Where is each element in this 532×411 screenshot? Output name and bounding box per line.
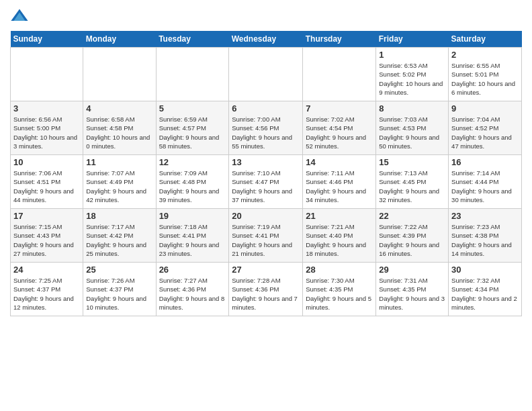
- page-header: [10, 7, 522, 26]
- calendar-cell: 19Sunrise: 7:18 AM Sunset: 4:41 PM Dayli…: [156, 209, 229, 263]
- day-info: Sunrise: 6:58 AM Sunset: 4:58 PM Dayligh…: [86, 115, 152, 150]
- calendar-cell: 1Sunrise: 6:53 AM Sunset: 5:02 PM Daylig…: [376, 48, 449, 101]
- day-number: 11: [86, 157, 152, 167]
- day-number: 24: [13, 265, 80, 275]
- calendar-cell: 18Sunrise: 7:17 AM Sunset: 4:42 PM Dayli…: [83, 209, 156, 263]
- calendar-cell: 12Sunrise: 7:09 AM Sunset: 4:48 PM Dayli…: [156, 155, 229, 209]
- day-info: Sunrise: 7:23 AM Sunset: 4:38 PM Dayligh…: [451, 222, 519, 258]
- day-number: 3: [13, 103, 80, 113]
- column-header-saturday: Saturday: [449, 31, 522, 48]
- calendar-cell: 27Sunrise: 7:28 AM Sunset: 4:36 PM Dayli…: [229, 263, 303, 316]
- day-info: Sunrise: 7:09 AM Sunset: 4:48 PM Dayligh…: [159, 169, 226, 204]
- day-number: 23: [451, 211, 519, 221]
- day-number: 10: [13, 157, 80, 167]
- day-number: 29: [379, 265, 445, 275]
- calendar-cell: [83, 48, 156, 101]
- day-number: 13: [232, 157, 300, 167]
- day-info: Sunrise: 7:31 AM Sunset: 4:35 PM Dayligh…: [379, 276, 445, 312]
- calendar-header-row: SundayMondayTuesdayWednesdayThursdayFrid…: [11, 31, 522, 48]
- calendar-cell: 14Sunrise: 7:11 AM Sunset: 4:46 PM Dayli…: [303, 155, 376, 209]
- column-header-thursday: Thursday: [303, 31, 376, 48]
- day-number: 7: [306, 103, 373, 113]
- day-info: Sunrise: 7:30 AM Sunset: 4:35 PM Dayligh…: [306, 276, 373, 312]
- calendar-cell: 16Sunrise: 7:14 AM Sunset: 4:44 PM Dayli…: [449, 155, 522, 209]
- logo-icon: [10, 7, 29, 26]
- calendar-cell: 3Sunrise: 6:56 AM Sunset: 5:00 PM Daylig…: [11, 101, 83, 155]
- day-info: Sunrise: 7:26 AM Sunset: 4:37 PM Dayligh…: [86, 276, 152, 312]
- day-info: Sunrise: 7:21 AM Sunset: 4:40 PM Dayligh…: [306, 222, 373, 258]
- day-info: Sunrise: 6:55 AM Sunset: 5:01 PM Dayligh…: [451, 61, 519, 97]
- day-info: Sunrise: 7:14 AM Sunset: 4:44 PM Dayligh…: [451, 169, 519, 204]
- day-info: Sunrise: 7:28 AM Sunset: 4:36 PM Dayligh…: [232, 276, 300, 312]
- day-number: 21: [306, 211, 373, 221]
- calendar-cell: [156, 48, 229, 101]
- calendar-week-2: 3Sunrise: 6:56 AM Sunset: 5:00 PM Daylig…: [11, 101, 522, 155]
- day-info: Sunrise: 7:04 AM Sunset: 4:52 PM Dayligh…: [451, 115, 519, 150]
- day-number: 12: [159, 157, 226, 167]
- day-number: 19: [159, 211, 226, 221]
- calendar-cell: 25Sunrise: 7:26 AM Sunset: 4:37 PM Dayli…: [83, 263, 156, 316]
- day-info: Sunrise: 7:03 AM Sunset: 4:53 PM Dayligh…: [379, 115, 445, 150]
- calendar-week-1: 1Sunrise: 6:53 AM Sunset: 5:02 PM Daylig…: [11, 48, 522, 101]
- column-header-sunday: Sunday: [11, 31, 83, 48]
- page-container: SundayMondayTuesdayWednesdayThursdayFrid…: [0, 0, 532, 323]
- calendar-cell: 17Sunrise: 7:15 AM Sunset: 4:43 PM Dayli…: [11, 209, 83, 263]
- calendar-cell: 23Sunrise: 7:23 AM Sunset: 4:38 PM Dayli…: [449, 209, 522, 263]
- day-info: Sunrise: 7:27 AM Sunset: 4:36 PM Dayligh…: [159, 276, 226, 312]
- day-info: Sunrise: 7:13 AM Sunset: 4:45 PM Dayligh…: [379, 169, 445, 204]
- day-info: Sunrise: 7:07 AM Sunset: 4:49 PM Dayligh…: [86, 169, 152, 204]
- calendar-cell: 15Sunrise: 7:13 AM Sunset: 4:45 PM Dayli…: [376, 155, 449, 209]
- calendar-cell: 11Sunrise: 7:07 AM Sunset: 4:49 PM Dayli…: [83, 155, 156, 209]
- day-number: 9: [451, 103, 519, 113]
- logo: [10, 7, 32, 26]
- calendar-cell: 24Sunrise: 7:25 AM Sunset: 4:37 PM Dayli…: [11, 263, 83, 316]
- day-info: Sunrise: 7:11 AM Sunset: 4:46 PM Dayligh…: [306, 169, 373, 204]
- day-number: 18: [86, 211, 152, 221]
- day-info: Sunrise: 7:17 AM Sunset: 4:42 PM Dayligh…: [86, 222, 152, 258]
- calendar-cell: 4Sunrise: 6:58 AM Sunset: 4:58 PM Daylig…: [83, 101, 156, 155]
- day-number: 26: [159, 265, 226, 275]
- day-info: Sunrise: 7:18 AM Sunset: 4:41 PM Dayligh…: [159, 222, 226, 258]
- calendar-cell: 20Sunrise: 7:19 AM Sunset: 4:41 PM Dayli…: [229, 209, 303, 263]
- column-header-wednesday: Wednesday: [229, 31, 303, 48]
- calendar-cell: 9Sunrise: 7:04 AM Sunset: 4:52 PM Daylig…: [449, 101, 522, 155]
- calendar-cell: 29Sunrise: 7:31 AM Sunset: 4:35 PM Dayli…: [376, 263, 449, 316]
- day-info: Sunrise: 7:32 AM Sunset: 4:34 PM Dayligh…: [451, 276, 519, 312]
- day-number: 2: [451, 50, 519, 60]
- day-info: Sunrise: 6:56 AM Sunset: 5:00 PM Dayligh…: [13, 115, 80, 150]
- day-info: Sunrise: 6:59 AM Sunset: 4:57 PM Dayligh…: [159, 115, 226, 150]
- calendar-cell: 21Sunrise: 7:21 AM Sunset: 4:40 PM Dayli…: [303, 209, 376, 263]
- day-info: Sunrise: 7:19 AM Sunset: 4:41 PM Dayligh…: [232, 222, 300, 258]
- day-number: 27: [232, 265, 300, 275]
- day-number: 20: [232, 211, 300, 221]
- day-number: 22: [379, 211, 445, 221]
- calendar-cell: 6Sunrise: 7:00 AM Sunset: 4:56 PM Daylig…: [229, 101, 303, 155]
- calendar-week-4: 17Sunrise: 7:15 AM Sunset: 4:43 PM Dayli…: [11, 209, 522, 263]
- day-number: 16: [451, 157, 519, 167]
- calendar-week-5: 24Sunrise: 7:25 AM Sunset: 4:37 PM Dayli…: [11, 263, 522, 316]
- day-info: Sunrise: 7:22 AM Sunset: 4:39 PM Dayligh…: [379, 222, 445, 258]
- calendar-cell: 22Sunrise: 7:22 AM Sunset: 4:39 PM Dayli…: [376, 209, 449, 263]
- day-info: Sunrise: 7:00 AM Sunset: 4:56 PM Dayligh…: [232, 115, 300, 150]
- calendar-cell: 30Sunrise: 7:32 AM Sunset: 4:34 PM Dayli…: [449, 263, 522, 316]
- day-number: 14: [306, 157, 373, 167]
- calendar-cell: [229, 48, 303, 101]
- calendar-table: SundayMondayTuesdayWednesdayThursdayFrid…: [10, 31, 522, 316]
- calendar-cell: 2Sunrise: 6:55 AM Sunset: 5:01 PM Daylig…: [449, 48, 522, 101]
- column-header-monday: Monday: [83, 31, 156, 48]
- day-info: Sunrise: 7:15 AM Sunset: 4:43 PM Dayligh…: [13, 222, 80, 258]
- column-header-tuesday: Tuesday: [156, 31, 229, 48]
- calendar-cell: 13Sunrise: 7:10 AM Sunset: 4:47 PM Dayli…: [229, 155, 303, 209]
- calendar-cell: [11, 48, 83, 101]
- day-number: 1: [379, 50, 445, 60]
- day-number: 28: [306, 265, 373, 275]
- calendar-cell: 5Sunrise: 6:59 AM Sunset: 4:57 PM Daylig…: [156, 101, 229, 155]
- day-number: 15: [379, 157, 445, 167]
- day-number: 25: [86, 265, 152, 275]
- calendar-cell: 28Sunrise: 7:30 AM Sunset: 4:35 PM Dayli…: [303, 263, 376, 316]
- day-info: Sunrise: 7:06 AM Sunset: 4:51 PM Dayligh…: [13, 169, 80, 204]
- day-number: 6: [232, 103, 300, 113]
- calendar-cell: 7Sunrise: 7:02 AM Sunset: 4:54 PM Daylig…: [303, 101, 376, 155]
- calendar-cell: 10Sunrise: 7:06 AM Sunset: 4:51 PM Dayli…: [11, 155, 83, 209]
- day-info: Sunrise: 7:02 AM Sunset: 4:54 PM Dayligh…: [306, 115, 373, 150]
